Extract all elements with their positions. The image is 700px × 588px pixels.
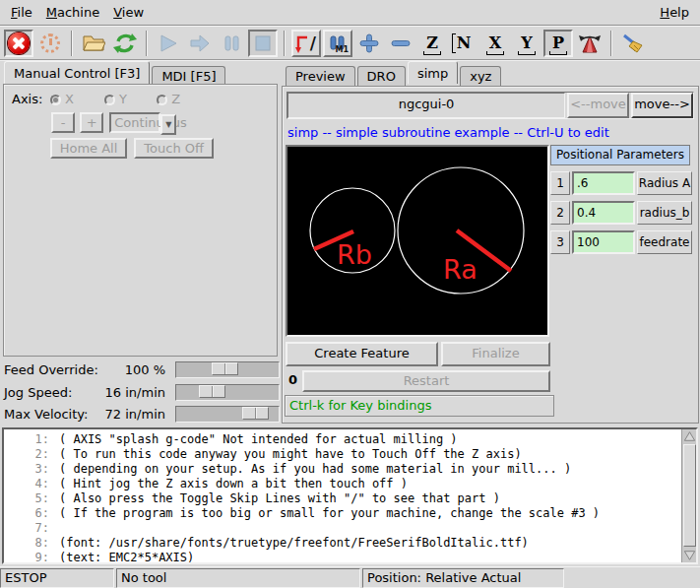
max-velocity-slider[interactable] [175,406,280,423]
jog-minus-button[interactable]: - [51,112,75,133]
view-perspective-icon: P [552,35,564,51]
gcode-line: 6:( If the program is too big or small f… [4,506,680,521]
axis-x-radio[interactable]: X [50,92,74,106]
tab-preview[interactable]: Preview [286,66,355,87]
label-ra: Ra [443,254,477,285]
rotate-view-button[interactable] [575,30,605,57]
plus-icon [358,33,380,54]
param-value-input[interactable]: 0.4 [572,201,635,225]
touch-off-button[interactable]: Touch Off [134,138,214,159]
positional-parameters-header: Positional Parameters [550,145,690,165]
max-velocity-label: Max Velocity: [4,407,88,422]
axis-y-radio[interactable]: Y [104,92,127,106]
jog-mode-dropdown-arrow[interactable]: ▼ [160,114,176,135]
status-position: Position: Relative Actual [362,568,564,588]
toolbar-separator [71,31,73,56]
slider-handle[interactable] [212,362,238,375]
toolbar: / M1 Z N X Y P [0,27,700,60]
param-value-input[interactable]: .6 [572,171,635,195]
stop-icon [254,34,272,52]
stop-program-button[interactable] [248,30,278,57]
toolbar-separator [146,31,148,56]
tab-simp[interactable]: simp [408,61,458,84]
subroutine-preview-canvas: Rb Ra [286,145,549,337]
run-step-button[interactable] [185,30,215,57]
preview-notebook: PreviewDROsimpxyz ngcgui-0 <--move move-… [281,61,700,425]
view-z-button[interactable]: Z [417,30,447,57]
menu-file[interactable]: File [4,3,39,22]
view-z-rotated-icon: N [457,35,472,51]
positional-parameters-panel: Positional Parameters 1 .6 Radius A 2 0.… [550,145,696,254]
slider-handle[interactable] [242,407,269,420]
param-name-button[interactable]: Radius A [637,171,692,195]
restart-button[interactable]: Restart [302,370,550,392]
reload-file-button[interactable] [110,30,140,57]
menu-machine[interactable]: Machine [39,3,106,22]
menu-bar: File Machine View Help [0,0,700,26]
jog-plus-button[interactable]: + [80,112,103,133]
pause-program-button[interactable] [217,30,246,57]
optional-pause-m1-toggle[interactable]: M1 [323,30,352,57]
slider-handle[interactable] [199,385,225,398]
radio-icon [157,95,167,105]
open-file-button[interactable] [79,30,108,57]
step-arrow-icon [188,33,212,53]
move-right-button[interactable]: move--> [631,93,693,118]
zoom-out-button[interactable] [386,30,415,57]
status-estop: ESTOP [0,568,114,588]
tab-manual-control[interactable]: Manual Control [F3] [4,61,150,84]
param-value-input[interactable]: 100 [572,230,635,254]
jog-speed-slider[interactable] [175,384,280,401]
gcode-line: 5:( Also press the Toggle Skip Lines wit… [4,491,680,506]
estop-button[interactable] [4,30,33,57]
toolbar-separator [284,31,286,56]
subroutine-info-text: simp -- simple subroutine example -- Ctr… [287,125,609,140]
axis-z-radio[interactable]: Z [157,92,180,106]
gcode-line: 8:(font: /usr/share/fonts/truetype/freef… [4,536,680,551]
jog-speed-value: 16 in/min [85,385,165,400]
gcode-line: 7: [4,521,680,536]
create-feature-button[interactable]: Create Feature [286,342,438,366]
rotate-cone-icon [578,33,602,54]
finalize-button[interactable]: Finalize [441,342,550,366]
parameter-row: 1 .6 Radius A [550,171,696,195]
view-y-button[interactable]: Y [512,30,541,57]
run-program-button[interactable] [154,30,183,57]
jog-mode-select[interactable]: Continuous [109,112,160,133]
gcode-line: 3:( depending on your setup. As if you h… [4,462,680,477]
jog-speed-row: Jog Speed: 16 in/min [0,384,281,402]
view-x-button[interactable]: X [480,30,510,57]
scrollbar-thumb[interactable] [683,444,696,547]
parameter-row: 2 0.4 radius_b [550,201,696,225]
view-z-rotated-button[interactable]: N [449,30,478,57]
skip-lines-toggle[interactable]: / [291,30,321,57]
menu-view[interactable]: View [106,3,151,22]
param-name-button[interactable]: feedrate [637,230,692,254]
minus-icon [390,33,412,54]
view-x-icon: X [489,35,501,51]
view-z-icon: Z [426,35,438,51]
feed-override-value: 100 % [85,362,165,377]
max-velocity-value: 72 in/min [85,407,165,422]
manual-control-frame: Axis: X Y Z - + Continuous▼ Home All Tou… [3,84,278,357]
view-perspective-button[interactable]: P [543,30,573,57]
zoom-in-button[interactable] [354,30,384,57]
machine-power-button[interactable] [35,30,65,57]
move-left-button[interactable]: <--move [567,93,629,118]
axis-label: Axis: [12,92,42,106]
gcode-listing[interactable]: 1:( AXIS "splash g-code" Not intended fo… [2,427,698,564]
circles-drawing: Rb Ra [287,147,547,335]
scroll-down-arrow[interactable] [683,549,696,562]
home-all-button[interactable]: Home All [50,138,127,159]
gcode-scrollbar[interactable] [681,429,696,562]
tab-xyz[interactable]: xyz [460,66,501,87]
scroll-up-arrow[interactable] [683,429,696,443]
restart-count: 0 [288,372,297,387]
estop-icon [8,33,30,54]
menu-help[interactable]: Help [653,3,696,22]
feed-override-slider[interactable] [175,361,280,378]
tab-dro[interactable]: DRO [357,66,406,87]
param-name-button[interactable]: radius_b [637,201,692,225]
clear-plot-button[interactable] [618,30,648,57]
radio-icon [104,95,115,105]
